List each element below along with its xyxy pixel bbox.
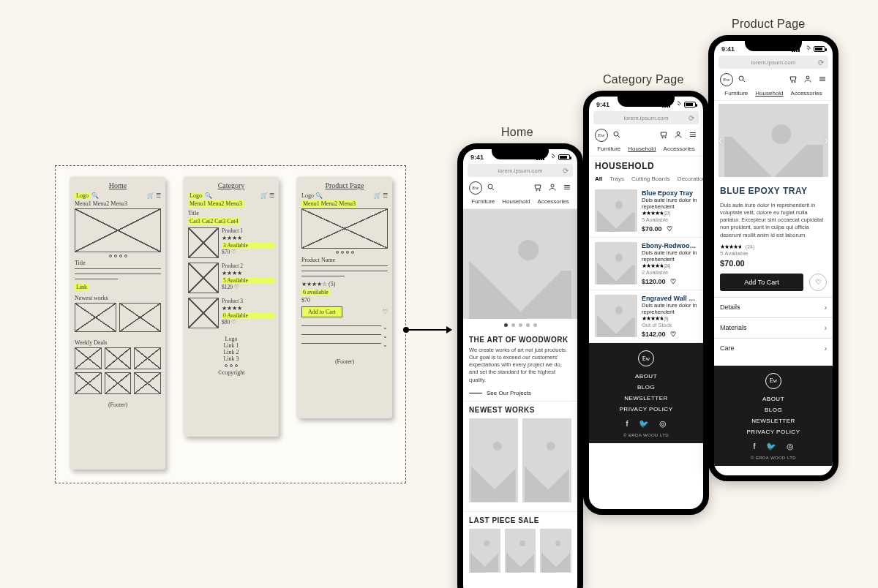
instagram-icon[interactable]: ◎ [659, 419, 667, 429]
add-to-cart-button[interactable]: Add To Cart [720, 274, 803, 291]
menu-icon[interactable] [688, 130, 697, 140]
chevron-right-icon: › [825, 344, 827, 353]
twitter-icon[interactable]: 🐦 [639, 419, 649, 429]
nav-household[interactable]: Household [628, 146, 656, 152]
hero-title: THE ART OF WOODWORK [463, 331, 577, 345]
nav-accessories[interactable]: Accessories [664, 146, 695, 152]
tab-all[interactable]: All [595, 176, 602, 182]
cart-icon[interactable] [533, 183, 542, 193]
heart-icon[interactable]: ♡ [667, 225, 672, 233]
nav-household[interactable]: Household [502, 198, 530, 205]
product-carousel[interactable]: ‹ › [714, 104, 833, 177]
battery-icon [814, 46, 825, 52]
carousel-next-icon[interactable]: › [822, 131, 831, 150]
reload-icon[interactable]: ⟳ [818, 59, 824, 67]
facebook-icon[interactable]: f [753, 442, 755, 451]
accordion-details[interactable]: Details› [714, 297, 833, 317]
svg-point-2 [536, 189, 538, 191]
favorite-button[interactable]: ♡ [809, 274, 827, 291]
hero-body: We create works of art not just products… [463, 345, 577, 385]
sale-item[interactable] [469, 529, 500, 573]
hero-image[interactable] [463, 209, 577, 319]
nav-household[interactable]: Household [755, 90, 783, 97]
wifi-icon [803, 45, 812, 54]
rating-stars: ★★★★★ [720, 244, 741, 250]
product-thumb [595, 242, 637, 284]
facebook-icon[interactable]: f [626, 419, 628, 429]
footer-logo-icon[interactable]: Ew [638, 350, 654, 366]
battery-icon [558, 154, 570, 160]
twitter-icon[interactable]: 🐦 [766, 442, 776, 451]
svg-line-9 [618, 136, 620, 138]
footer-link-about[interactable]: ABOUT [589, 371, 703, 382]
nav-furniture[interactable]: Furniture [471, 198, 495, 205]
search-icon[interactable] [738, 73, 746, 86]
product-thumb [595, 189, 637, 232]
footer-link-privacy[interactable]: PRIVACY POLICY [589, 404, 703, 415]
product-thumb [595, 295, 637, 337]
footer-logo-icon[interactable]: Ew [765, 373, 781, 389]
newest-title: NEWEST WORKS [463, 401, 577, 415]
cart-icon[interactable] [659, 130, 668, 140]
sale-title: LAST PIECE SALE [463, 511, 577, 526]
chevron-right-icon: › [825, 304, 827, 312]
svg-point-20 [806, 76, 809, 79]
logo-icon[interactable]: Ew [469, 181, 482, 195]
footer-link-newsletter[interactable]: NEWSLETTER [714, 415, 833, 426]
newest-item[interactable] [469, 418, 518, 502]
svg-point-4 [551, 184, 554, 187]
logo-icon[interactable]: Ew [720, 73, 733, 86]
accordion-materials[interactable]: Materials› [714, 317, 833, 338]
instagram-icon[interactable]: ◎ [787, 442, 794, 451]
heart-icon[interactable]: ♡ [670, 278, 676, 285]
sale-item[interactable] [540, 529, 571, 573]
filter-tabs: All Trays Cutting Boards Decoration [589, 173, 703, 185]
heart-icon[interactable]: ♡ [670, 331, 676, 338]
product-price: $70.00 [714, 259, 833, 268]
accordion-care[interactable]: Care› [714, 338, 833, 358]
category-nav: Furniture Household Accessories [463, 196, 577, 209]
footer-link-newsletter[interactable]: NEWSLETTER [589, 393, 703, 404]
newest-item[interactable] [522, 418, 571, 502]
phone-product: 9:41 lorem.ipsum.com⟳ Ew Furniture House… [708, 35, 838, 481]
svg-point-8 [614, 132, 618, 136]
reload-icon[interactable]: ⟳ [563, 167, 569, 175]
url-bar[interactable]: lorem.ipsum.com⟳ [593, 111, 699, 124]
svg-point-3 [539, 189, 541, 191]
label-category: Category Page [603, 73, 684, 86]
tab-cutting[interactable]: Cutting Boards [631, 176, 670, 182]
product-title: BLUE EPOXY TRAY [714, 180, 833, 202]
cart-icon[interactable] [789, 75, 798, 85]
url-bar[interactable]: lorem.ipsum.com⟳ [718, 56, 828, 69]
reload-icon[interactable]: ⟳ [688, 114, 694, 122]
footer-link-blog[interactable]: BLOG [714, 404, 833, 415]
carousel-prev-icon[interactable]: ‹ [716, 131, 725, 150]
search-icon[interactable] [612, 129, 621, 142]
tab-trays[interactable]: Trays [609, 176, 624, 182]
category-title: HOUSEHOLD [589, 157, 703, 173]
nav-accessories[interactable]: Accessories [538, 198, 569, 205]
nav-accessories[interactable]: Accessories [791, 90, 822, 97]
footer-link-privacy[interactable]: PRIVACY POLICY [714, 426, 833, 437]
tab-decoration[interactable]: Decoration [678, 176, 703, 182]
menu-icon[interactable] [818, 75, 827, 85]
product-row[interactable]: Blue Epoxy Tray Duis aute irure dolor in… [589, 185, 703, 238]
url-bar[interactable]: lorem.ipsum.com⟳ [468, 164, 573, 177]
footer-link-blog[interactable]: BLOG [589, 382, 703, 393]
hero-link[interactable]: See Our Projects [463, 385, 577, 401]
carousel-dots[interactable] [463, 319, 577, 331]
search-icon[interactable] [487, 181, 495, 195]
menu-icon[interactable] [563, 183, 571, 193]
product-row[interactable]: Ebony-Redwood Cutting Board Duis aute ir… [589, 238, 703, 290]
footer-link-about[interactable]: ABOUT [714, 393, 833, 404]
sketch-category: Category Logo🔍🛒 ☰ Menu1 Menu2 Menu3 Titl… [184, 177, 279, 437]
sale-item[interactable] [505, 529, 536, 573]
logo-icon[interactable]: Ew [595, 129, 608, 142]
user-icon[interactable] [674, 130, 683, 140]
nav-furniture[interactable]: Furniture [597, 146, 620, 152]
nav-furniture[interactable]: Furniture [724, 90, 748, 97]
product-row[interactable]: Engraved Wall Crest Duis aute irure dolo… [589, 290, 703, 343]
user-icon[interactable] [548, 183, 557, 193]
user-icon[interactable] [803, 75, 812, 85]
sketch-home-title: Home [75, 181, 161, 189]
